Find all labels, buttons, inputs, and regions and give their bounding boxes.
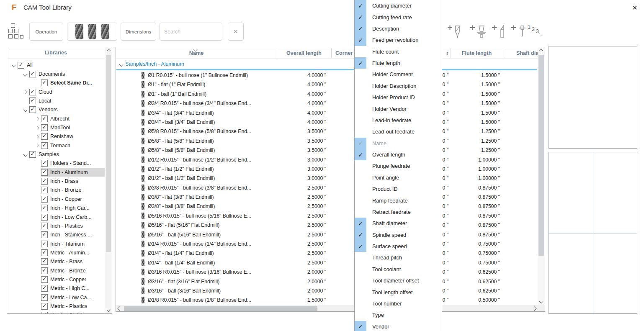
add-holder-button[interactable] bbox=[468, 23, 487, 41]
tool-type-filter-button[interactable] bbox=[67, 23, 117, 41]
tree-item[interactable]: ✓Inch - Bronze bbox=[7, 186, 105, 195]
tree-item[interactable]: ✓Inch - Stainless ... bbox=[7, 231, 105, 239]
checkbox-checked-icon[interactable]: ✓ bbox=[41, 303, 48, 310]
checkbox-checked-icon[interactable]: ✓ bbox=[41, 294, 48, 301]
checkbox-checked-icon[interactable]: ✓ bbox=[29, 71, 36, 77]
checkbox-checked-icon[interactable]: ✓ bbox=[41, 160, 48, 167]
checkbox-checked-icon[interactable]: ✓ bbox=[41, 196, 48, 203]
close-window-button[interactable]: × bbox=[628, 2, 641, 13]
checkbox-checked-icon[interactable]: ✓ bbox=[41, 285, 48, 292]
menu-item[interactable]: ✓Flute length bbox=[355, 57, 442, 69]
tool-row[interactable]: Ø3/16 R0.015" - bull nose (3/16" Bullnos… bbox=[116, 267, 545, 277]
tree-item-core[interactable]: ✓Metric - Bronze bbox=[41, 266, 105, 275]
tool-row[interactable]: Ø5/8 R0.015" - bull nose (5/8" Bullnose … bbox=[116, 127, 545, 136]
checkbox-checked-icon[interactable]: ✓ bbox=[41, 312, 48, 313]
tree-item-core[interactable]: ✓Holders - Stand... bbox=[41, 159, 105, 168]
tree-chevron-slot[interactable] bbox=[22, 108, 29, 111]
tree-item-core[interactable]: ✓Albrecht bbox=[41, 114, 105, 123]
checkbox-checked-icon[interactable]: ✓ bbox=[41, 124, 48, 131]
tree-chevron-slot[interactable] bbox=[33, 126, 41, 129]
tree-item-core[interactable]: ✓Vendors bbox=[29, 105, 105, 114]
tree-item-core[interactable]: ✓Samples bbox=[29, 150, 105, 159]
menu-item[interactable]: ✓Name bbox=[355, 138, 442, 149]
checkbox-checked-icon[interactable]: ✓ bbox=[18, 62, 24, 69]
tree-item-core[interactable]: ✓Metric - Alumin... bbox=[41, 248, 105, 257]
tool-row[interactable]: Ø1/8 R0.015" - bull nose (1/8" Bullnose … bbox=[116, 295, 545, 305]
tool-row[interactable]: Ø3/4" - flat (3/4" Flat Endmill)4.0000 "… bbox=[116, 108, 545, 118]
tool-row[interactable]: Ø1/4" - flat (1/4" Flat Endmill)2.5000 "… bbox=[116, 249, 545, 258]
tree-item-core[interactable]: ✓Metric - Stainles bbox=[41, 311, 105, 313]
tree-item[interactable]: ✓Renishaw bbox=[7, 132, 105, 141]
tree-item-core[interactable]: ✓Inch - Plastics bbox=[41, 221, 105, 230]
tree-item-core[interactable]: ✓Documents bbox=[29, 69, 105, 78]
menu-item[interactable]: Holder Comment bbox=[355, 69, 442, 80]
tree-item-core[interactable]: ✓Select Same Di... bbox=[41, 79, 105, 87]
tree-item[interactable]: ✓MariTool bbox=[7, 123, 105, 132]
menu-item[interactable]: Tool length offset bbox=[355, 286, 442, 298]
menu-item[interactable]: ✓Vendor bbox=[355, 321, 442, 331]
tool-row[interactable]: Ø5/16 R0.015" - bull nose (5/16" Bullnos… bbox=[116, 211, 545, 221]
tree-chevron-slot[interactable] bbox=[22, 153, 29, 156]
tree-item-core[interactable]: ✓Metric - Plastics bbox=[41, 302, 105, 310]
menu-item[interactable]: Tool coolant bbox=[355, 264, 442, 275]
checkbox-checked-icon[interactable]: ✓ bbox=[41, 115, 48, 122]
scroll-down-icon[interactable] bbox=[105, 306, 112, 313]
menu-item[interactable]: Flute count bbox=[355, 46, 442, 57]
tree-item[interactable]: ✓Inch - Titanium bbox=[7, 239, 105, 248]
menu-item[interactable]: Lead-out feedrate bbox=[355, 126, 442, 137]
checkbox-checked-icon[interactable]: ✓ bbox=[41, 231, 48, 238]
column-header-name[interactable]: Name bbox=[116, 50, 277, 56]
menu-item[interactable]: Tool number bbox=[355, 298, 442, 309]
menu-item[interactable]: Product ID bbox=[355, 183, 442, 195]
add-turning-tool-button[interactable] bbox=[491, 23, 510, 41]
scroll-up-icon[interactable] bbox=[538, 47, 545, 54]
menu-item[interactable]: ✓Cutting diameter bbox=[355, 0, 442, 11]
tree-item[interactable]: ✓Metric - Stainles bbox=[7, 311, 105, 313]
tool-row[interactable]: Ø3/8" - flat (3/8" Flat Endmill)2.5000 "… bbox=[116, 192, 545, 202]
sidebar-scrollbar[interactable] bbox=[105, 47, 112, 313]
checkbox-checked-icon[interactable]: ✓ bbox=[41, 223, 48, 229]
tool-row[interactable]: Ø3/8 R0.015" - bull nose (3/8" Bullnose … bbox=[116, 183, 545, 192]
scrollbar-thumb[interactable] bbox=[106, 55, 111, 252]
checkbox-checked-icon[interactable]: ✓ bbox=[41, 276, 48, 283]
tool-row[interactable]: Ø1/2" - flat (1/2" Flat Endmill)3.0000 "… bbox=[116, 164, 545, 174]
checkbox-checked-icon[interactable]: ✓ bbox=[41, 142, 48, 149]
tree-item-core[interactable]: ✓Inch - Copper bbox=[41, 195, 105, 203]
tree-item-core[interactable]: ✓Metric - High C... bbox=[41, 284, 105, 293]
scroll-left-icon[interactable] bbox=[116, 305, 123, 312]
tree-item[interactable]: ✓Samples bbox=[7, 150, 105, 159]
menu-item[interactable]: Plunge feedrate bbox=[355, 160, 442, 172]
tree-item-core[interactable]: ✓Inch - Aluminum bbox=[41, 168, 105, 177]
tree-item-core[interactable]: ✓Cloud bbox=[29, 87, 105, 96]
tree-item-core[interactable]: ✓Tormach bbox=[41, 141, 105, 150]
tool-row[interactable]: Ø1/2" - ball (1/2" Ball Endmill)3.0000 "… bbox=[116, 174, 545, 183]
checkbox-checked-icon[interactable]: ✓ bbox=[41, 187, 48, 193]
tree-item[interactable]: ✓Metric - Copper bbox=[7, 275, 105, 284]
menu-item[interactable]: ✓Description bbox=[355, 23, 442, 34]
menu-item[interactable]: Thread pitch bbox=[355, 252, 442, 263]
checkbox-checked-icon[interactable]: ✓ bbox=[41, 241, 48, 247]
tree-item[interactable]: ✓Inch - Aluminum bbox=[7, 168, 105, 177]
tree-item[interactable]: ✓Inch - Copper bbox=[7, 195, 105, 203]
tree-item-core[interactable]: ✓Renishaw bbox=[41, 132, 105, 141]
menu-item[interactable]: ✓Feed per revolution bbox=[355, 34, 442, 46]
menu-item[interactable]: Tool diameter offset bbox=[355, 275, 442, 286]
menu-item[interactable]: ✓Surface speed bbox=[355, 241, 442, 252]
tree-item[interactable]: ✓Metric - Alumin... bbox=[7, 248, 105, 257]
table-horizontal-scrollbar[interactable] bbox=[116, 305, 538, 312]
clear-search-button[interactable]: × bbox=[228, 23, 244, 41]
checkbox-checked-icon[interactable]: ✓ bbox=[41, 178, 48, 185]
tree-item[interactable]: ✓Local bbox=[7, 96, 105, 105]
menu-item[interactable]: ✓Cutting feed rate bbox=[355, 11, 442, 23]
tree-chevron-slot[interactable] bbox=[33, 117, 41, 120]
menu-item[interactable]: Retract feedrate bbox=[355, 206, 442, 218]
tree-chevron-slot[interactable] bbox=[33, 144, 41, 147]
checkbox-checked-icon[interactable]: ✓ bbox=[41, 169, 48, 176]
tree-item[interactable]: ✓Inch - Low Carb... bbox=[7, 213, 105, 221]
menu-item[interactable]: ✓Overall length bbox=[355, 149, 442, 160]
scroll-right-icon[interactable] bbox=[531, 305, 538, 312]
tree-item-core[interactable]: ✓Inch - Low Carb... bbox=[41, 213, 105, 221]
tool-row[interactable]: Ø1 R0.015" - bull nose (1" Bullnose Endm… bbox=[116, 71, 545, 80]
scroll-down-icon[interactable] bbox=[538, 298, 545, 305]
renumber-tools-button[interactable]: 1 2 3 .. bbox=[527, 23, 546, 41]
